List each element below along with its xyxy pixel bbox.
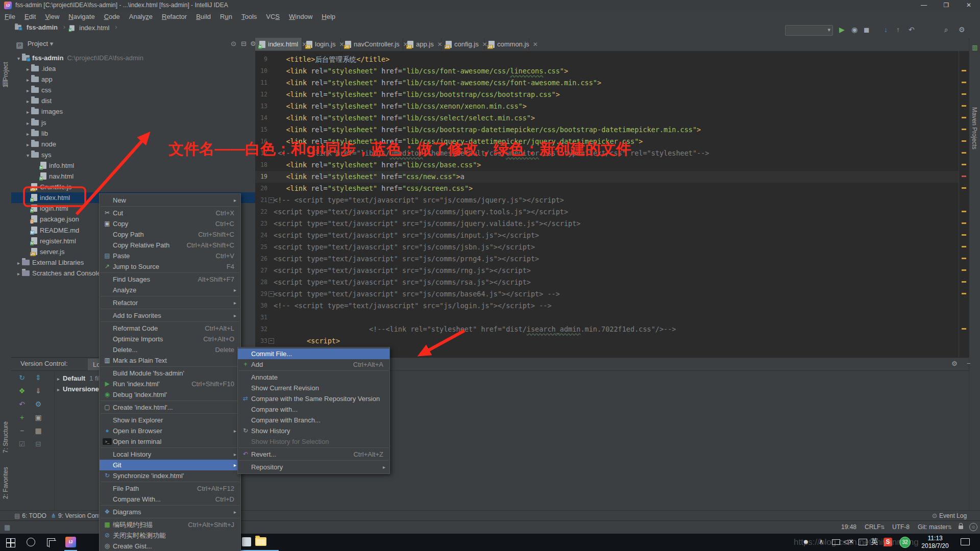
- taskbar-app-icon[interactable]: [242, 537, 251, 546]
- menu-item-run-index-html-[interactable]: ▶Run 'index.html'Ctrl+Shift+F10: [100, 379, 240, 389]
- code-line-29[interactable]: 29−<script type="text/javascript" src="j…: [255, 288, 959, 300]
- tree-item-js[interactable]: ▸js: [11, 117, 255, 128]
- error-stripe-mark-warning[interactable]: [962, 152, 966, 154]
- error-stripe-mark-warning[interactable]: [962, 105, 966, 107]
- copy-icon[interactable]: ▣: [32, 413, 45, 421]
- menu-item-build-module-fss-admin-[interactable]: Build Module 'fss-admin': [100, 368, 240, 379]
- menu-item-jump-to-source[interactable]: ↗Jump to SourceF4: [100, 261, 240, 272]
- menu-item-paste[interactable]: ▤PasteCtrl+V: [100, 251, 240, 261]
- code-line-25[interactable]: 25<script type="text/javascript" src="js…: [255, 241, 959, 253]
- refresh-icon[interactable]: ↻: [15, 373, 29, 382]
- chevron-right-icon[interactable]: ▸: [24, 118, 31, 129]
- tool-stripe-project[interactable]: 1: Project: [2, 62, 9, 88]
- file-explorer-icon[interactable]: [255, 537, 266, 546]
- code-line-11[interactable]: 11 <link rel="stylesheet" href="lib/css/…: [255, 77, 959, 89]
- menu-item-commit-file-[interactable]: Commit File...: [238, 348, 389, 359]
- error-stripe-mark-warning[interactable]: [962, 281, 966, 283]
- tree-item-app[interactable]: ▸app: [11, 74, 255, 85]
- error-stripe-mark-warning[interactable]: [962, 140, 966, 142]
- code-line-21[interactable]: 21−<!-- <script type="text/javascript" s…: [255, 194, 959, 206]
- chevron-right-icon[interactable]: ▸: [24, 85, 31, 96]
- tree-item-lib[interactable]: ▸lib: [11, 128, 255, 139]
- revert-icon[interactable]: ↶: [15, 400, 29, 408]
- error-stripe-mark-warning[interactable]: [962, 187, 966, 189]
- code-line-24[interactable]: 24<script type="text/javascript" src="js…: [255, 230, 959, 241]
- readonly-lock-icon[interactable]: [959, 525, 963, 529]
- cortana-icon[interactable]: [27, 538, 35, 546]
- run-button[interactable]: ▶: [839, 26, 845, 34]
- chevron-right-icon[interactable]: ▸: [24, 74, 31, 85]
- tree-item-images[interactable]: ▸images: [11, 106, 255, 117]
- code-line-9[interactable]: 9 <title>后台管理系统</title>: [255, 54, 959, 65]
- menu-item-git[interactable]: Git▸: [100, 460, 240, 470]
- error-stripe-mark-warning[interactable]: [962, 293, 966, 294]
- menubar-item-tools[interactable]: Tools: [237, 11, 261, 22]
- chevron-down-icon[interactable]: ▾: [24, 150, 31, 161]
- collapse-all-icon[interactable]: ⇓: [32, 387, 45, 395]
- code-line-14[interactable]: 14 <link rel="stylesheet" href="lib/css/…: [255, 112, 959, 124]
- stop-icon[interactable]: ◼: [864, 26, 870, 34]
- code-line-22[interactable]: 22<script type="text/javascript" src="js…: [255, 206, 959, 218]
- menu-item-open-in-browser[interactable]: ●Open in Browser▸: [100, 425, 240, 436]
- menubar-item-help[interactable]: Help: [317, 11, 340, 22]
- error-stripe-mark-warning[interactable]: [962, 164, 966, 165]
- locate-icon[interactable]: ⊙: [231, 40, 236, 47]
- breadcrumb-project[interactable]: fss-admin: [14, 23, 58, 31]
- breadcrumb-file[interactable]: H index.html: [69, 23, 110, 32]
- tree-item-.idea[interactable]: ▸.idea: [11, 63, 255, 74]
- taskbar-intellij-icon[interactable]: IJ: [65, 537, 76, 547]
- code-editor[interactable]: 9 <title>后台管理系统</title>10 <link rel="sty…: [255, 51, 959, 357]
- caret-position[interactable]: 19:48: [841, 523, 856, 531]
- chevron-right-icon[interactable]: ▸: [24, 96, 31, 107]
- search-icon[interactable]: ⌕: [944, 26, 948, 34]
- code-line-15[interactable]: 15 <link rel="stylesheet" href="lib/css/…: [255, 124, 959, 136]
- tool-stripe-favorites[interactable]: 2: Favorites: [2, 467, 9, 499]
- group-by-icon[interactable]: ⊟: [32, 440, 45, 448]
- menu-item-optimize-imports[interactable]: Optimize ImportsCtrl+Alt+O: [100, 334, 240, 344]
- code-line-32[interactable]: 32 <!--<link rel="stylesheet" href="dist…: [255, 323, 959, 335]
- debug-icon[interactable]: ◉: [851, 26, 857, 34]
- tool-stripe-structure[interactable]: 7: Structure: [2, 421, 9, 453]
- error-stripe-mark-warning[interactable]: [962, 117, 966, 118]
- code-line-10[interactable]: 10 <link rel="stylesheet" href="lib/css/…: [255, 65, 959, 77]
- hector-inspection-icon[interactable]: ☺: [969, 523, 977, 531]
- tool-window-toggle-icon[interactable]: ▦: [4, 523, 10, 531]
- menubar-item-edit[interactable]: Edit: [20, 11, 40, 22]
- tree-item-fss-admin[interactable]: ▾fss-adminC:\project\IDEA\fss-admin: [11, 53, 255, 63]
- error-stripe-mark-error[interactable]: [962, 176, 966, 177]
- start-button[interactable]: [6, 538, 14, 546]
- error-stripe-mark-warning[interactable]: [962, 234, 966, 236]
- menu-item-open-in-terminal[interactable]: >_Open in terminal: [100, 436, 240, 447]
- menu-item-new[interactable]: New▸: [100, 195, 240, 206]
- settings-icon[interactable]: ⚙: [32, 400, 45, 408]
- code-line-19[interactable]: 19 <link rel="stylesheet" href="css/new.…: [255, 171, 959, 183]
- close-button[interactable]: ✕: [958, 0, 980, 11]
- checkbox-icon[interactable]: ☑: [15, 440, 29, 448]
- menu-item-compare-with-[interactable]: Compare With...Ctrl+D: [100, 494, 240, 505]
- remove-icon[interactable]: −: [15, 427, 29, 435]
- chevron-right-icon[interactable]: ▸: [24, 139, 31, 150]
- close-icon[interactable]: ✕: [533, 41, 538, 48]
- tool-stripe-maven[interactable]: Maven Projects: [971, 107, 978, 149]
- add-icon[interactable]: +: [15, 413, 29, 421]
- error-stripe-mark-warning[interactable]: [962, 258, 966, 259]
- error-stripe-mark-warning[interactable]: [962, 82, 966, 83]
- menu-item-create-index-html-[interactable]: ▢Create 'index.html'...: [100, 402, 240, 413]
- preview-diff-icon[interactable]: ▦: [32, 427, 45, 435]
- menu-item-copy[interactable]: ▣CopyCtrl+C: [100, 218, 240, 229]
- code-line-13[interactable]: 13 <link rel="stylesheet" href="lib/css/…: [255, 101, 959, 112]
- code-line-27[interactable]: 27<script type="text/javascript" src="js…: [255, 265, 959, 277]
- chevron-right-icon[interactable]: ▸: [15, 258, 22, 268]
- line-separator-widget[interactable]: CRLF⇅: [865, 523, 885, 531]
- task-view-icon[interactable]: [47, 538, 55, 546]
- menu-item-cut[interactable]: ✂CutCtrl+X: [100, 208, 240, 218]
- tree-item-nav.html[interactable]: Hnav.html: [11, 171, 255, 182]
- maximize-button[interactable]: ❒: [935, 0, 958, 11]
- menubar-item-navigate[interactable]: Navigate: [64, 11, 99, 22]
- minimize-button[interactable]: —: [913, 0, 935, 11]
- chevron-down-icon[interactable]: ▾: [15, 53, 22, 64]
- editor-tab-app.js[interactable]: JSapp.js✕: [403, 38, 442, 51]
- code-line-26[interactable]: 26<script type="text/javascript" src="js…: [255, 253, 959, 265]
- code-line-20[interactable]: 20 <link rel="stylesheet" href="css/scre…: [255, 183, 959, 194]
- editor-tab-navController.js[interactable]: JSnavController.js✕: [341, 38, 403, 51]
